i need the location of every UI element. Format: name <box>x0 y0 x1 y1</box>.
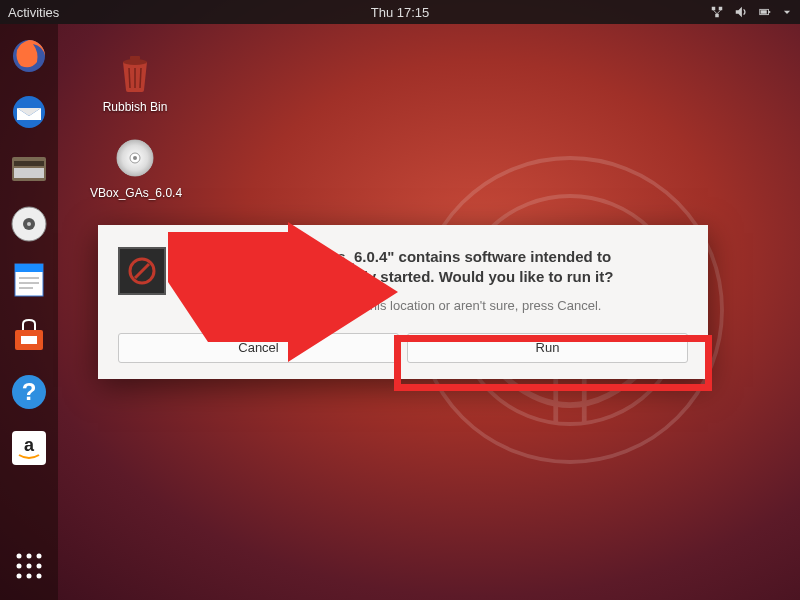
launcher-files[interactable] <box>7 146 51 190</box>
svg-point-31 <box>37 554 42 559</box>
svg-line-48 <box>135 264 149 278</box>
svg-point-32 <box>17 564 22 569</box>
dialog-warning-icon <box>118 247 166 295</box>
run-button[interactable]: Run <box>407 333 688 363</box>
trash-icon <box>113 50 157 94</box>
launcher-thunderbird[interactable] <box>7 90 51 134</box>
svg-rect-12 <box>14 161 44 166</box>
svg-rect-8 <box>761 10 767 14</box>
launcher-help[interactable]: ? <box>7 370 51 414</box>
svg-point-46 <box>133 156 137 160</box>
svg-point-30 <box>27 554 32 559</box>
launcher-writer[interactable] <box>7 258 51 302</box>
desktop-icon-trash[interactable]: Rubbish Bin <box>90 48 180 114</box>
svg-point-35 <box>17 574 22 579</box>
dialog-title: "VBox_GAs_6.0.4" contains software inten… <box>184 247 688 288</box>
svg-text:?: ? <box>22 378 37 405</box>
svg-point-36 <box>27 574 32 579</box>
show-applications-button[interactable] <box>7 544 51 588</box>
launcher-software[interactable] <box>7 314 51 358</box>
top-panel: Activities Thu 17:15 <box>0 0 800 24</box>
svg-point-37 <box>37 574 42 579</box>
svg-point-29 <box>17 554 22 559</box>
svg-rect-39 <box>130 56 140 60</box>
svg-line-40 <box>129 68 130 88</box>
svg-rect-3 <box>712 7 716 11</box>
dropdown-icon[interactable] <box>782 5 792 19</box>
desktop-icons-area: Rubbish Bin VBox_GAs_6.0.4 <box>90 48 180 221</box>
disc-icon <box>113 136 157 180</box>
dialog-subtext: If you don't trust this location or aren… <box>184 298 688 313</box>
network-icon[interactable] <box>710 5 724 19</box>
svg-rect-7 <box>769 11 771 13</box>
svg-point-33 <box>27 564 32 569</box>
svg-text:a: a <box>24 435 35 455</box>
launcher-firefox[interactable] <box>7 34 51 78</box>
clock[interactable]: Thu 17:15 <box>371 5 430 20</box>
launcher-dock: ? a <box>0 24 58 600</box>
battery-icon[interactable] <box>758 5 772 19</box>
launcher-rhythmbox[interactable] <box>7 202 51 246</box>
svg-point-34 <box>37 564 42 569</box>
system-tray[interactable] <box>710 5 792 19</box>
desktop-icon-disc[interactable]: VBox_GAs_6.0.4 <box>90 134 180 200</box>
svg-line-42 <box>140 68 141 88</box>
activities-button[interactable]: Activities <box>8 5 59 20</box>
autorun-dialog: "VBox_GAs_6.0.4" contains software inten… <box>98 225 708 379</box>
svg-rect-4 <box>719 7 723 11</box>
desktop-icon-label: VBox_GAs_6.0.4 <box>90 186 180 200</box>
svg-rect-13 <box>14 168 44 178</box>
desktop-icon-label: Rubbish Bin <box>90 100 180 114</box>
svg-rect-19 <box>15 264 43 272</box>
svg-rect-24 <box>21 336 37 344</box>
volume-icon[interactable] <box>734 5 748 19</box>
svg-rect-5 <box>715 14 719 18</box>
svg-point-17 <box>27 222 31 226</box>
cancel-button[interactable]: Cancel <box>118 333 399 363</box>
launcher-amazon[interactable]: a <box>7 426 51 470</box>
